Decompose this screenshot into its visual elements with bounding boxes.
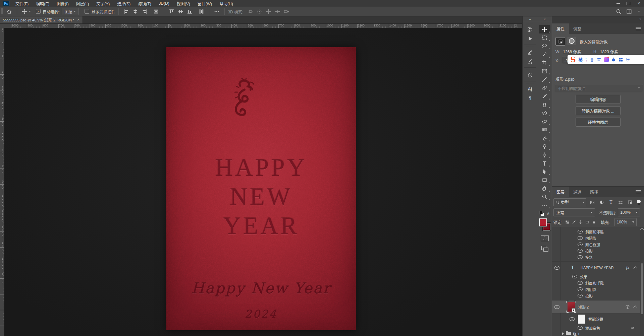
smart-filters-label[interactable]: 智能滤镜 <box>588 316 603 322</box>
layer-thumbnail[interactable] <box>568 302 575 312</box>
ime-language-toggle[interactable]: 英 <box>578 56 583 63</box>
smart-filter-mask-thumbnail[interactable] <box>578 315 585 324</box>
menu-help[interactable]: 帮助(H) <box>216 0 237 7</box>
smart-filters-row[interactable]: 智能滤镜 <box>552 313 644 325</box>
collapse-dock-button[interactable]: » <box>639 17 641 21</box>
group-layer-row[interactable]: 组 1 <box>552 331 644 336</box>
distribute-vertical-button[interactable] <box>197 9 206 14</box>
tab-layers[interactable]: 图层 <box>552 187 569 197</box>
filter-adjustment-layers-button[interactable] <box>598 200 605 205</box>
distribute-horizontal-button[interactable] <box>152 9 161 14</box>
show-transform-checkbox[interactable] <box>85 9 89 14</box>
brushes-panel-button[interactable] <box>523 57 537 66</box>
align-bottom-button[interactable] <box>185 9 194 14</box>
character-panel-button[interactable]: A| <box>523 84 537 93</box>
more-align-options-button[interactable] <box>212 9 221 14</box>
clone-stamp-tool[interactable] <box>539 100 550 109</box>
3d-roll-button[interactable] <box>255 9 264 14</box>
dodge-tool[interactable] <box>539 142 550 151</box>
spot-healing-tool[interactable] <box>539 84 550 92</box>
ime-voice-button[interactable] <box>590 57 594 62</box>
group-name[interactable]: 组 1 <box>573 331 580 336</box>
actions-panel-button[interactable] <box>523 34 537 43</box>
layer-effect-row[interactable]: 斜面和浮雕 <box>552 228 644 235</box>
tab-properties[interactable]: 属性 <box>552 23 569 34</box>
align-middle-button[interactable] <box>176 9 185 14</box>
lock-artboard-button[interactable] <box>585 220 589 224</box>
pen-tool[interactable] <box>539 151 550 159</box>
panel-menu-icon[interactable] <box>636 190 641 193</box>
foreground-color-swatch[interactable] <box>539 218 547 226</box>
visibility-eye-icon[interactable] <box>570 317 575 321</box>
rectangle-shape-tool[interactable] <box>539 176 550 184</box>
3d-slide-button[interactable] <box>273 9 282 14</box>
tab-paths[interactable]: 路径 <box>586 187 602 197</box>
rotate-view-panel-button[interactable] <box>523 71 537 80</box>
move-tool-preset-button[interactable] <box>20 9 33 14</box>
height-field[interactable]: H:1823 像素 <box>593 49 618 54</box>
filter-pixel-layers-button[interactable] <box>589 200 596 205</box>
menu-3d[interactable]: 3D(D) <box>155 0 173 7</box>
menu-type[interactable]: 文字(Y) <box>93 0 113 7</box>
visibility-eye-icon[interactable] <box>578 326 583 330</box>
menu-filter[interactable]: 滤镜(T) <box>134 0 155 7</box>
frame-tool[interactable] <box>539 67 550 75</box>
visibility-eye-icon[interactable] <box>578 281 583 285</box>
visibility-eye-icon[interactable] <box>578 255 583 259</box>
ime-assistant-button[interactable] <box>611 57 616 62</box>
object-selection-tool[interactable] <box>539 50 550 59</box>
filter-blending-options-button[interactable] <box>631 326 635 330</box>
visibility-eye-icon[interactable] <box>554 266 559 270</box>
collapse-toolbar-button[interactable]: « <box>537 16 552 22</box>
canvas-area[interactable]: HAPPY NEW YEAR Happy New Year 2024 <box>4 28 522 336</box>
ruler-corner[interactable] <box>0 23 5 28</box>
layer-effect-row[interactable]: 投影 <box>552 254 644 260</box>
ime-settings-button[interactable] <box>626 57 630 62</box>
strip-grip-handle[interactable] <box>526 46 534 47</box>
blend-mode-dropdown[interactable]: 正常 <box>553 208 595 216</box>
edit-toolbar-button[interactable] <box>539 201 550 209</box>
collapse-strip-button[interactable]: « <box>523 16 537 22</box>
tab-adjustments[interactable]: 调整 <box>569 23 586 34</box>
type-tool[interactable] <box>539 159 550 167</box>
ime-toolbox-button[interactable] <box>619 57 623 62</box>
align-top-button[interactable] <box>167 9 176 14</box>
lock-pixels-button[interactable] <box>572 220 576 224</box>
panel-menu-icon[interactable] <box>636 27 641 30</box>
smart-filter-item-row[interactable]: 添加杂色 <box>552 325 644 331</box>
workspace-switcher-button[interactable] <box>626 9 632 14</box>
home-button[interactable] <box>5 9 14 14</box>
layer-name[interactable]: HAPPY NEW YEAR <box>581 266 614 270</box>
history-brush-tool[interactable] <box>539 109 550 117</box>
ruler-left[interactable]: 1000100200300400500600700800900100011001… <box>0 28 5 336</box>
menu-layer[interactable]: 图层(L) <box>72 0 93 7</box>
brush-settings-panel-button[interactable] <box>523 48 537 57</box>
tab-close-button[interactable]: × <box>77 17 79 22</box>
swap-colors-button[interactable]: ⇄ <box>547 212 549 215</box>
visibility-eye-icon[interactable] <box>578 294 583 297</box>
lock-all-button[interactable] <box>592 220 596 224</box>
quick-mask-button[interactable] <box>541 235 549 241</box>
toolbar-grip-handle[interactable] <box>541 23 549 24</box>
edit-content-button[interactable]: 编辑内容 <box>576 95 621 104</box>
layer-comp-dropdown[interactable]: 不应用图层复合 <box>555 84 643 92</box>
expand-group-chevron[interactable] <box>562 332 564 335</box>
convert-to-layer-button[interactable]: 转换为图层 <box>576 118 621 127</box>
strip-grip-handle[interactable] <box>526 69 534 70</box>
smart-object-layer-row[interactable]: 矩形 2 <box>552 300 644 313</box>
ime-skin-button[interactable] <box>604 57 609 62</box>
collapse-effects-chevron[interactable] <box>633 306 637 309</box>
close-button[interactable]: × <box>634 0 644 7</box>
menu-select[interactable]: 选择(S) <box>113 0 134 7</box>
menu-window[interactable]: 窗口(W) <box>194 0 216 7</box>
scrollbar-thumb[interactable] <box>641 263 643 314</box>
strip-grip-handle[interactable] <box>526 23 534 24</box>
collapse-effects-chevron[interactable] <box>633 266 637 270</box>
opacity-dropdown[interactable]: 100% <box>618 208 640 216</box>
layer-effect-row[interactable]: 斜面和浮雕 <box>552 280 644 286</box>
tab-channels[interactable]: 通道 <box>569 187 586 197</box>
layer-filtering-toggle[interactable] <box>636 199 641 206</box>
3d-pan-button[interactable] <box>264 9 273 14</box>
path-selection-tool[interactable] <box>539 167 550 176</box>
text-layer-thumbnail[interactable]: T <box>570 264 576 271</box>
